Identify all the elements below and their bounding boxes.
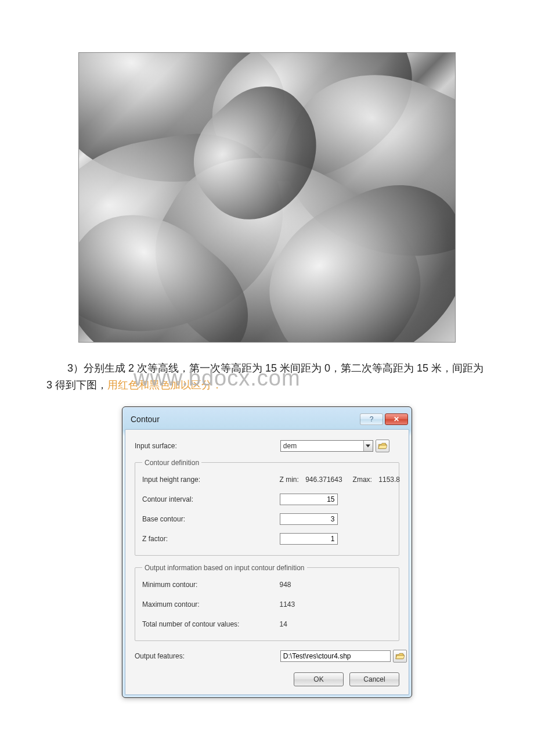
cancel-button[interactable]: Cancel [349, 672, 399, 686]
contour-dialog: Contour ? ✕ Input surface: dem [122, 406, 412, 698]
contour-definition-legend: Contour definition [142, 459, 201, 467]
z-factor-label: Z factor: [142, 535, 280, 543]
contour-interval-label: Contour interval: [142, 495, 280, 503]
folder-open-icon [395, 652, 405, 660]
close-button[interactable]: ✕ [385, 413, 408, 425]
min-contour-value: 948 [280, 581, 392, 589]
base-contour-input[interactable] [280, 513, 338, 525]
output-info-group: Output information based on input contou… [135, 564, 399, 641]
z-factor-input[interactable] [280, 533, 338, 545]
svg-marker-4 [395, 655, 404, 658]
input-surface-label: Input surface: [135, 442, 280, 450]
svg-marker-0 [366, 444, 370, 447]
svg-marker-2 [378, 445, 387, 448]
zmax-label: Zmax: [353, 476, 372, 484]
max-contour-value: 1143 [280, 600, 392, 609]
output-info-legend: Output information based on input contou… [142, 564, 307, 572]
help-icon: ? [370, 415, 374, 423]
browse-output-button[interactable] [393, 650, 407, 663]
height-range-label: Input height range: [142, 476, 280, 484]
dialog-title: Contour [131, 415, 360, 424]
input-surface-value: dem [281, 442, 363, 450]
zmin-value: 946.371643 [305, 476, 342, 484]
max-contour-label: Maximum contour: [142, 600, 280, 609]
total-values-value: 14 [280, 620, 392, 628]
caption-index: 3） [67, 362, 84, 374]
output-features-label: Output features: [135, 652, 280, 660]
zmax-value: 1153.8 [378, 476, 400, 484]
folder-open-icon [378, 442, 387, 450]
caption-text: 3）分别生成 2 次等高线，第一次等高距为 15 米间距为 0，第二次等高距为 … [46, 360, 488, 394]
contour-interval-input[interactable] [280, 494, 338, 505]
caption-highlight: 用红色和黑色加以区分： [107, 379, 222, 391]
help-button[interactable]: ? [360, 413, 383, 425]
hillshade-terrain-image [78, 52, 456, 343]
ok-button[interactable]: OK [294, 672, 344, 686]
close-icon: ✕ [394, 415, 399, 423]
min-contour-label: Minimum contour: [142, 581, 280, 589]
dialog-titlebar[interactable]: Contour ? ✕ [125, 409, 409, 429]
contour-definition-group: Contour definition Input height range: Z… [135, 459, 399, 556]
output-features-input[interactable] [280, 650, 391, 662]
zmin-label: Z min: [280, 476, 299, 484]
browse-surface-button[interactable] [376, 440, 389, 452]
height-range-value: Z min: 946.371643 Zmax: 1153.8 [280, 476, 400, 484]
chevron-down-icon [363, 441, 373, 451]
base-contour-label: Base contour: [142, 515, 280, 523]
input-surface-dropdown[interactable]: dem [280, 440, 373, 452]
total-values-label: Total number of contour values: [142, 620, 280, 628]
